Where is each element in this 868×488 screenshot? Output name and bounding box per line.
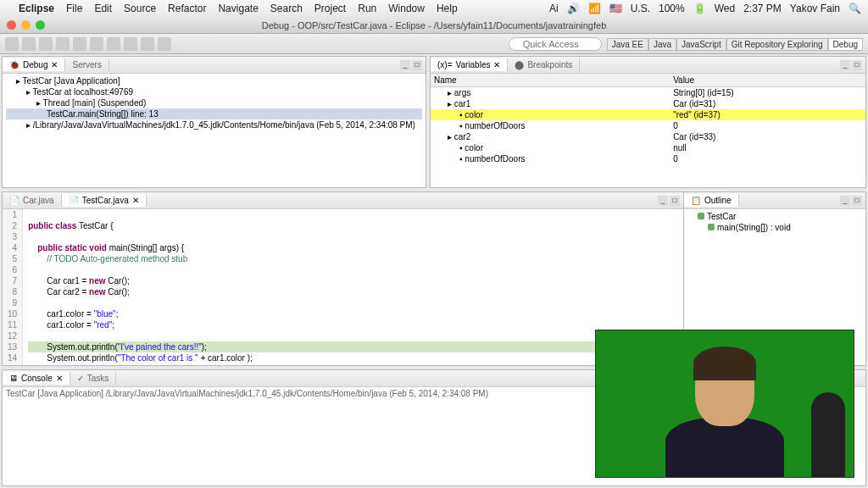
debug-suspend-button[interactable] xyxy=(56,37,70,51)
perspective-java-ee[interactable]: Java EE xyxy=(607,38,648,51)
code-line[interactable] xyxy=(28,209,683,220)
volume-icon[interactable]: 🔊 xyxy=(567,3,580,14)
code-line[interactable]: public static void main(String[] args) { xyxy=(28,242,683,253)
window-title: Debug - OOP/src/TestCar.java - Eclipse -… xyxy=(262,20,607,30)
close-icon[interactable] xyxy=(7,20,16,30)
debug-terminate-button[interactable] xyxy=(73,37,86,51)
tab-debug[interactable]: 🐞 Debug ✕ xyxy=(3,58,65,71)
code-line[interactable] xyxy=(28,297,683,308)
tab-outline[interactable]: 📋 Outline xyxy=(684,194,739,207)
outline-item[interactable]: TestCar xyxy=(687,211,862,222)
menu-edit[interactable]: Edit xyxy=(94,3,112,14)
debug-tree-row[interactable]: TestCar.main(String[]) line: 13 xyxy=(6,108,422,119)
variable-row[interactable]: ▪ color"red" (id=37) xyxy=(431,109,865,120)
perspective-java[interactable]: Java xyxy=(648,38,676,51)
code-line[interactable]: public class TestCar { xyxy=(28,220,683,231)
variable-row[interactable]: ▸ car2Car (id=33) xyxy=(431,131,865,142)
menu-run[interactable]: Run xyxy=(358,3,376,14)
menu-window[interactable]: Window xyxy=(388,3,425,14)
debug-view: 🐞 Debug ✕ Servers _□ ▸ TestCar [Java App… xyxy=(2,56,426,188)
debug-tree-row[interactable]: ▸ TestCar [Java Application] xyxy=(6,75,422,86)
clock-day: Wed xyxy=(715,3,735,14)
app-name[interactable]: Eclipse xyxy=(19,3,54,14)
variables-view: (x)= Variables ✕ ⬤ Breakpoints _□ NameVa… xyxy=(430,56,866,188)
minimize-icon[interactable] xyxy=(21,20,31,30)
debug-stepreturn-button[interactable] xyxy=(124,37,137,51)
tab-servers[interactable]: Servers xyxy=(65,58,108,71)
user-name[interactable]: Yakov Fain xyxy=(790,3,840,14)
outline-item[interactable]: main(String[]) : void xyxy=(687,222,862,233)
debug-stepover-button[interactable] xyxy=(107,37,120,51)
tab-tasks[interactable]: ✓ Tasks xyxy=(70,372,117,385)
variables-table[interactable]: NameValue ▸ argsString[0] (id=15)▸ car1C… xyxy=(431,74,865,164)
main-toolbar: Java EEJavaJavaScriptGit Repository Expl… xyxy=(0,34,868,54)
code-line[interactable]: car1.color = "blue"; xyxy=(28,308,683,319)
menu-file[interactable]: File xyxy=(66,3,82,14)
maximize-icon[interactable]: □ xyxy=(670,196,680,206)
minimize-icon[interactable]: _ xyxy=(840,196,850,206)
run-button[interactable] xyxy=(141,37,154,51)
window-controls[interactable] xyxy=(7,20,45,30)
tab-testcar-java[interactable]: 📄 TestCar.java ✕ xyxy=(62,194,147,207)
minimize-icon[interactable]: _ xyxy=(658,196,668,206)
menu-help[interactable]: Help xyxy=(437,3,458,14)
window-titlebar: Debug - OOP/src/TestCar.java - Eclipse -… xyxy=(0,17,868,34)
perspective-javascript[interactable]: JavaScript xyxy=(676,38,726,51)
flag-icon[interactable]: 🇺🇸 xyxy=(609,3,622,14)
tab-console[interactable]: 🖥 Console ✕ xyxy=(3,372,70,385)
perspective-debug[interactable]: Debug xyxy=(828,38,863,51)
save-button[interactable] xyxy=(22,37,36,51)
perspective-git-repository-exploring[interactable]: Git Repository Exploring xyxy=(726,38,828,51)
code-line[interactable]: System.out.println("I've pained the cars… xyxy=(28,341,683,352)
webcam-overlay xyxy=(595,330,854,478)
debug-tree-row[interactable]: ▸ TestCar at localhost:49769 xyxy=(6,86,422,97)
wifi-icon[interactable]: 📶 xyxy=(588,3,601,14)
maximize-icon[interactable]: □ xyxy=(412,60,422,70)
clock-time: 2:37 PM xyxy=(743,3,782,14)
menu-source[interactable]: Source xyxy=(124,3,156,14)
code-line[interactable]: System.out.println("The color of car1 is… xyxy=(28,352,683,363)
quick-access-input[interactable] xyxy=(509,37,602,51)
code-editor[interactable]: 123456789101112131415161718 public class… xyxy=(3,209,683,365)
debug-stepinto-button[interactable] xyxy=(90,37,103,51)
debug-button[interactable] xyxy=(158,37,171,51)
variable-row[interactable]: ▪ numberOfDoors0 xyxy=(431,153,865,164)
menu-search[interactable]: Search xyxy=(270,3,303,14)
battery-icon[interactable]: 🔋 xyxy=(693,3,706,14)
spotlight-icon[interactable]: 🔍 xyxy=(849,3,861,14)
variable-row[interactable]: ▸ car1Car (id=31) xyxy=(431,98,865,109)
code-line[interactable]: // TODO Auto-generated method stub xyxy=(28,253,683,264)
minimize-icon[interactable]: _ xyxy=(400,60,410,70)
menu-refactor[interactable]: Refactor xyxy=(168,3,206,14)
code-line[interactable]: Car car1 = new Car(); xyxy=(28,275,683,286)
debug-tree-row[interactable]: ▸ /Library/Java/JavaVirtualMachines/jdk1… xyxy=(6,119,422,130)
battery-percent: 100% xyxy=(659,3,685,14)
variable-row[interactable]: ▸ argsString[0] (id=15) xyxy=(431,87,865,99)
flag-label: U.S. xyxy=(631,3,650,14)
zoom-icon[interactable] xyxy=(36,20,45,30)
minimize-icon[interactable]: _ xyxy=(840,60,850,70)
tab-variables[interactable]: (x)= Variables ✕ xyxy=(431,58,508,71)
debug-tree-row[interactable]: ▸ Thread [main] (Suspended) xyxy=(6,97,422,108)
maximize-icon[interactable]: □ xyxy=(852,60,862,70)
adobe-icon[interactable]: Ai xyxy=(549,3,559,14)
code-line[interactable] xyxy=(28,264,683,275)
code-line[interactable]: Car car2 = new Car(); xyxy=(28,286,683,297)
maximize-icon[interactable]: □ xyxy=(852,196,862,206)
code-line[interactable]: System.out.println("The color of car2 is… xyxy=(28,363,683,365)
tab-breakpoints[interactable]: ⬤ Breakpoints xyxy=(508,58,580,71)
code-line[interactable] xyxy=(28,231,683,242)
mac-menubar: Eclipse FileEditSourceRefactorNavigateSe… xyxy=(0,0,868,17)
new-button[interactable] xyxy=(5,37,19,51)
variable-row[interactable]: ▪ numberOfDoors0 xyxy=(431,120,865,131)
menu-project[interactable]: Project xyxy=(314,3,346,14)
code-line[interactable]: car1.color = "red"; xyxy=(28,319,683,330)
debug-resume-button[interactable] xyxy=(39,37,53,51)
tab-car-java[interactable]: 📄 Car.java xyxy=(3,194,62,207)
variable-row[interactable]: ▪ colornull xyxy=(431,142,865,153)
menu-navigate[interactable]: Navigate xyxy=(218,3,258,14)
code-line[interactable] xyxy=(28,330,683,341)
